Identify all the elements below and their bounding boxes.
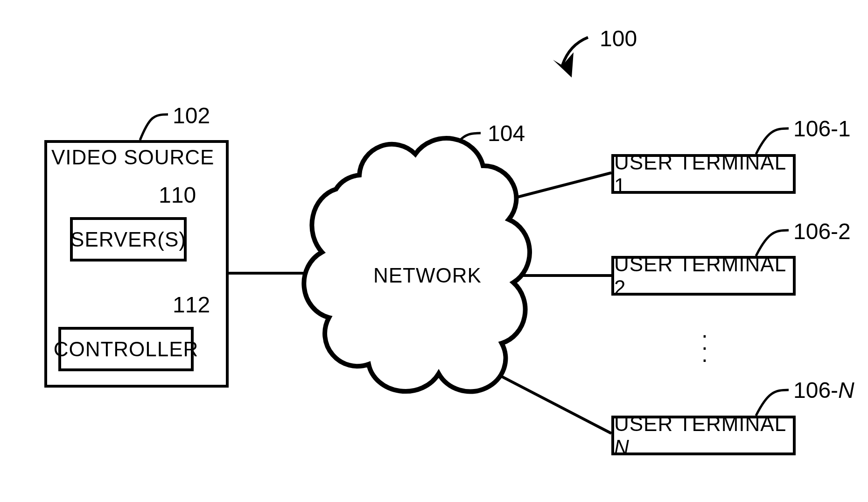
ref-102: 102 bbox=[173, 103, 210, 128]
ref-112: 112 bbox=[173, 292, 210, 318]
user-terminal-1-label: USER TERMINAL 1 bbox=[614, 151, 793, 198]
ref-106-2: 106-2 bbox=[793, 219, 851, 244]
network-label: NETWORK bbox=[373, 264, 482, 287]
controller-label: CONTROLLER bbox=[54, 338, 199, 361]
ellipsis-vertical: ··· bbox=[700, 329, 709, 366]
ref-100: 100 bbox=[600, 26, 637, 51]
video-source-title: VIDEO SOURCE bbox=[51, 146, 214, 169]
user-terminal-n-box: USER TERMINAL N bbox=[611, 416, 796, 455]
ref-106-n: 106-N bbox=[793, 377, 854, 403]
ref-104: 104 bbox=[488, 120, 525, 146]
ref-106-1: 106-1 bbox=[793, 116, 851, 141]
server-label: SERVER(S) bbox=[70, 228, 186, 251]
user-terminal-n-label: USER TERMINAL N bbox=[614, 412, 793, 459]
user-terminal-1-box: USER TERMINAL 1 bbox=[611, 154, 796, 194]
controller-box: CONTROLLER bbox=[58, 327, 194, 371]
user-terminal-2-box: USER TERMINAL 2 bbox=[611, 256, 796, 296]
server-box: SERVER(S) bbox=[70, 217, 187, 262]
ref-110: 110 bbox=[159, 182, 196, 208]
diagram-stage: NETWORK VIDEO SOURCE SERVER(S) CONTROLLE… bbox=[0, 0, 868, 502]
user-terminal-2-label: USER TERMINAL 2 bbox=[614, 253, 793, 299]
